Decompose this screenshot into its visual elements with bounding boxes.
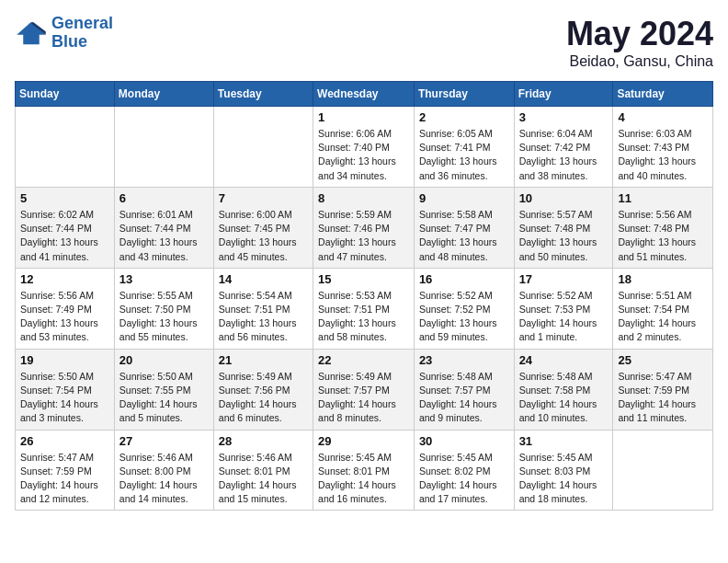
day-number: 13 (119, 272, 209, 286)
calendar-cell: 29Sunrise: 5:45 AM Sunset: 8:01 PM Dayli… (313, 430, 415, 511)
calendar-cell: 17Sunrise: 5:52 AM Sunset: 7:53 PM Dayli… (514, 268, 613, 349)
day-info: Sunrise: 5:54 AM Sunset: 7:51 PM Dayligh… (219, 289, 308, 345)
day-number: 21 (219, 353, 308, 367)
day-number: 26 (20, 434, 109, 448)
calendar-cell (213, 107, 313, 188)
month-title: May 2024 (566, 15, 713, 53)
day-info: Sunrise: 5:48 AM Sunset: 7:58 PM Dayligh… (519, 370, 609, 426)
calendar-cell: 15Sunrise: 5:53 AM Sunset: 7:51 PM Dayli… (313, 268, 415, 349)
day-info: Sunrise: 5:51 AM Sunset: 7:54 PM Dayligh… (618, 289, 708, 345)
day-info: Sunrise: 5:56 AM Sunset: 7:49 PM Dayligh… (20, 289, 109, 345)
weekday-header: Saturday (613, 82, 713, 107)
day-number: 2 (419, 110, 509, 124)
day-info: Sunrise: 5:46 AM Sunset: 8:00 PM Dayligh… (119, 451, 209, 507)
day-info: Sunrise: 6:04 AM Sunset: 7:42 PM Dayligh… (519, 127, 609, 183)
calendar-cell: 11Sunrise: 5:56 AM Sunset: 7:48 PM Dayli… (613, 187, 713, 268)
day-number: 15 (318, 272, 409, 286)
day-info: Sunrise: 6:05 AM Sunset: 7:41 PM Dayligh… (419, 127, 509, 183)
calendar-week-row: 1Sunrise: 6:06 AM Sunset: 7:40 PM Daylig… (16, 107, 713, 188)
day-number: 17 (519, 272, 609, 286)
calendar-cell: 3Sunrise: 6:04 AM Sunset: 7:42 PM Daylig… (514, 107, 613, 188)
day-number: 9 (419, 191, 509, 205)
weekday-header: Sunday (16, 82, 115, 107)
calendar-week-row: 19Sunrise: 5:50 AM Sunset: 7:54 PM Dayli… (16, 349, 713, 430)
title-block: May 2024 Beidao, Gansu, China (566, 15, 713, 70)
calendar-cell: 19Sunrise: 5:50 AM Sunset: 7:54 PM Dayli… (16, 349, 115, 430)
day-number: 19 (20, 353, 109, 367)
day-number: 7 (219, 191, 308, 205)
calendar-cell: 6Sunrise: 6:01 AM Sunset: 7:44 PM Daylig… (114, 187, 213, 268)
calendar-cell: 24Sunrise: 5:48 AM Sunset: 7:58 PM Dayli… (514, 349, 613, 430)
day-number: 30 (419, 434, 509, 448)
weekday-header: Tuesday (213, 82, 313, 107)
day-number: 1 (318, 110, 409, 124)
calendar-cell: 9Sunrise: 5:58 AM Sunset: 7:47 PM Daylig… (414, 187, 514, 268)
calendar-table: SundayMondayTuesdayWednesdayThursdayFrid… (15, 81, 713, 511)
day-info: Sunrise: 5:56 AM Sunset: 7:48 PM Dayligh… (618, 208, 708, 264)
day-info: Sunrise: 5:46 AM Sunset: 8:01 PM Dayligh… (219, 451, 308, 507)
logo-text: General Blue (51, 15, 113, 52)
page-header: General Blue May 2024 Beidao, Gansu, Chi… (15, 15, 713, 70)
calendar-cell: 23Sunrise: 5:48 AM Sunset: 7:57 PM Dayli… (414, 349, 514, 430)
day-number: 16 (419, 272, 509, 286)
day-number: 18 (618, 272, 708, 286)
calendar-week-row: 5Sunrise: 6:02 AM Sunset: 7:44 PM Daylig… (16, 187, 713, 268)
day-number: 31 (519, 434, 609, 448)
day-info: Sunrise: 5:47 AM Sunset: 7:59 PM Dayligh… (618, 370, 708, 426)
calendar-week-row: 26Sunrise: 5:47 AM Sunset: 7:59 PM Dayli… (16, 430, 713, 511)
calendar-cell: 10Sunrise: 5:57 AM Sunset: 7:48 PM Dayli… (514, 187, 613, 268)
day-info: Sunrise: 5:47 AM Sunset: 7:59 PM Dayligh… (20, 451, 109, 507)
day-number: 3 (519, 110, 609, 124)
day-info: Sunrise: 6:00 AM Sunset: 7:45 PM Dayligh… (219, 208, 308, 264)
calendar-cell: 25Sunrise: 5:47 AM Sunset: 7:59 PM Dayli… (613, 349, 713, 430)
day-number: 23 (419, 353, 509, 367)
day-info: Sunrise: 6:02 AM Sunset: 7:44 PM Dayligh… (20, 208, 109, 264)
day-info: Sunrise: 5:58 AM Sunset: 7:47 PM Dayligh… (419, 208, 509, 264)
day-number: 25 (618, 353, 708, 367)
weekday-header: Thursday (414, 82, 514, 107)
day-info: Sunrise: 6:06 AM Sunset: 7:40 PM Dayligh… (318, 127, 409, 183)
weekday-header: Wednesday (313, 82, 415, 107)
calendar-cell (114, 107, 213, 188)
calendar-cell: 5Sunrise: 6:02 AM Sunset: 7:44 PM Daylig… (16, 187, 115, 268)
day-info: Sunrise: 5:48 AM Sunset: 7:57 PM Dayligh… (419, 370, 509, 426)
day-number: 27 (119, 434, 209, 448)
day-number: 22 (318, 353, 409, 367)
weekday-header-row: SundayMondayTuesdayWednesdayThursdayFrid… (16, 82, 713, 107)
day-info: Sunrise: 5:45 AM Sunset: 8:02 PM Dayligh… (419, 451, 509, 507)
location-title: Beidao, Gansu, China (566, 53, 713, 70)
day-info: Sunrise: 5:53 AM Sunset: 7:51 PM Dayligh… (318, 289, 409, 345)
calendar-cell: 14Sunrise: 5:54 AM Sunset: 7:51 PM Dayli… (213, 268, 313, 349)
day-number: 5 (20, 191, 109, 205)
day-number: 12 (20, 272, 109, 286)
day-info: Sunrise: 5:49 AM Sunset: 7:56 PM Dayligh… (219, 370, 308, 426)
day-info: Sunrise: 5:59 AM Sunset: 7:46 PM Dayligh… (318, 208, 409, 264)
day-info: Sunrise: 6:03 AM Sunset: 7:43 PM Dayligh… (618, 127, 708, 183)
day-number: 4 (618, 110, 708, 124)
calendar-cell: 1Sunrise: 6:06 AM Sunset: 7:40 PM Daylig… (313, 107, 415, 188)
day-info: Sunrise: 5:50 AM Sunset: 7:55 PM Dayligh… (119, 370, 209, 426)
calendar-cell: 20Sunrise: 5:50 AM Sunset: 7:55 PM Dayli… (114, 349, 213, 430)
weekday-header: Monday (114, 82, 213, 107)
calendar-cell: 31Sunrise: 5:45 AM Sunset: 8:03 PM Dayli… (514, 430, 613, 511)
calendar-cell: 16Sunrise: 5:52 AM Sunset: 7:52 PM Dayli… (414, 268, 514, 349)
day-number: 10 (519, 191, 609, 205)
day-number: 11 (618, 191, 708, 205)
calendar-cell: 4Sunrise: 6:03 AM Sunset: 7:43 PM Daylig… (613, 107, 713, 188)
calendar-cell (16, 107, 115, 188)
calendar-cell (613, 430, 713, 511)
day-info: Sunrise: 5:55 AM Sunset: 7:50 PM Dayligh… (119, 289, 209, 345)
day-number: 6 (119, 191, 209, 205)
calendar-cell: 2Sunrise: 6:05 AM Sunset: 7:41 PM Daylig… (414, 107, 514, 188)
calendar-cell: 7Sunrise: 6:00 AM Sunset: 7:45 PM Daylig… (213, 187, 313, 268)
day-info: Sunrise: 5:52 AM Sunset: 7:53 PM Dayligh… (519, 289, 609, 345)
day-info: Sunrise: 5:57 AM Sunset: 7:48 PM Dayligh… (519, 208, 609, 264)
day-info: Sunrise: 5:45 AM Sunset: 8:01 PM Dayligh… (318, 451, 409, 507)
day-info: Sunrise: 5:50 AM Sunset: 7:54 PM Dayligh… (20, 370, 109, 426)
day-number: 24 (519, 353, 609, 367)
day-info: Sunrise: 5:49 AM Sunset: 7:57 PM Dayligh… (318, 370, 409, 426)
calendar-week-row: 12Sunrise: 5:56 AM Sunset: 7:49 PM Dayli… (16, 268, 713, 349)
day-number: 20 (119, 353, 209, 367)
day-info: Sunrise: 6:01 AM Sunset: 7:44 PM Dayligh… (119, 208, 209, 264)
day-number: 14 (219, 272, 308, 286)
